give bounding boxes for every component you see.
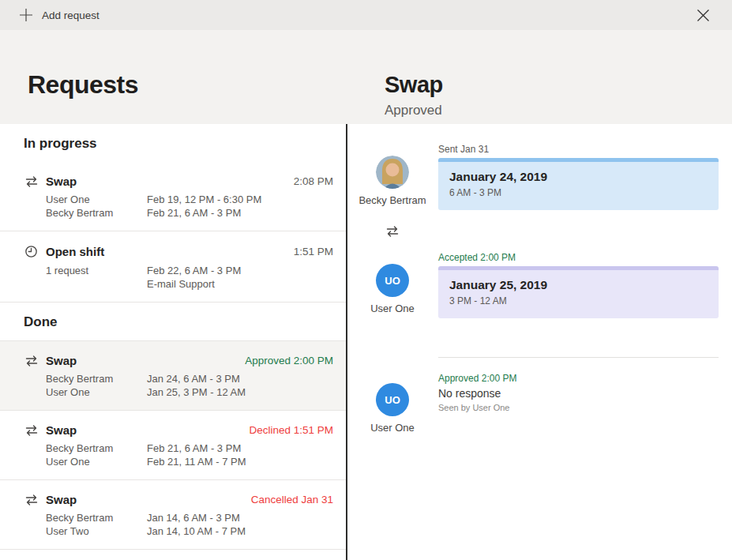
shift-card-offered[interactable]: January 24, 2019 6 AM - 3 PM [438,158,719,210]
swap-arrows-icon [24,494,39,506]
top-bar: Add request [0,0,732,30]
add-request-button[interactable]: Add request [19,8,99,22]
request-status: 2:08 PM [294,175,333,187]
accepted-label: Accepted 2:00 PM [438,252,719,263]
approved-label: Approved 2:00 PM [438,373,719,384]
shifts-requests-window: Add request Requests Swap Approved In pr… [0,0,732,560]
recipient-name: User One [370,303,415,314]
request-detail-row: User One Feb 21, 11 AM - 7 PM [46,456,333,469]
sender-avatar-column: Becky Bertram [359,144,426,210]
request-detail-row: 1 request Feb 22, 6 AM - 3 PM [46,265,333,278]
request-status: Declined 1:51 PM [249,424,333,436]
page-title: Requests [28,70,138,100]
user-one-avatar: UO [376,264,409,297]
exchange-block-recipient: UO User One Accepted 2:00 PM January 25,… [359,252,719,318]
section-header-in-progress: In progress [0,124,346,162]
request-item-swap-declined[interactable]: Swap Declined 1:51 PM Becky Bertram Feb … [0,411,346,480]
request-item-open-shift[interactable]: Open shift 1:51 PM 1 request Feb 22, 6 A… [0,231,346,303]
exchange-block-approval: UO User One Approved 2:00 PM No response… [359,371,719,434]
request-detail-row: Becky Bertram Jan 14, 6 AM - 3 PM [46,512,333,525]
request-item-swap-approved[interactable]: Swap Approved 2:00 PM Becky Bertram Jan … [0,341,346,411]
request-detail-row: User One Jan 25, 3 PM - 12 AM [46,386,333,400]
header: Requests Swap Approved [0,30,732,124]
request-type-label: Swap [46,493,77,506]
swap-arrows-icon [24,355,39,366]
requests-list-panel: In progress Swap 2:08 PM User One Feb 19 [0,124,347,560]
swap-detail-panel: Becky Bertram Sent Jan 31 January 24, 20… [347,124,732,560]
plus-icon [19,8,33,22]
shift-time: 6 AM - 3 PM [449,187,708,198]
becky-bertram-avatar [376,156,409,189]
clock-icon [24,244,39,259]
shift-time: 3 PM - 12 AM [449,295,708,306]
add-request-label: Add request [42,9,99,21]
sent-label: Sent Jan 31 [438,144,719,155]
request-status: 1:51 PM [294,246,333,257]
shift-card-requested[interactable]: January 25, 2019 3 PM - 12 AM [438,266,719,318]
shift-date: January 24, 2019 [449,170,708,184]
response-text: No response [438,387,719,400]
detail-divider [438,357,719,358]
section-header-done: Done [0,303,346,341]
close-icon [696,9,710,22]
user-one-avatar: UO [376,383,409,416]
approver-name: User One [370,422,415,434]
recipient-avatar-column: UO User One [359,252,426,318]
detail-status-subtitle: Approved [385,103,443,118]
exchange-block-sender: Becky Bertram Sent Jan 31 January 24, 20… [359,144,719,210]
swap-arrows-icon [24,425,39,436]
request-detail-row: User Two Jan 14, 10 AM - 7 PM [46,525,333,539]
request-status: Approved 2:00 PM [245,355,333,366]
request-detail-row: E-mail Support [46,278,333,291]
request-type-label: Swap [46,354,77,367]
request-item-swap-inprogress[interactable]: Swap 2:08 PM User One Feb 19, 12 PM - 6:… [0,162,346,231]
swap-direction-row [359,226,426,240]
approver-avatar-column: UO User One [359,371,426,434]
request-detail-row: User One Feb 19, 12 PM - 6:30 PM [46,194,333,207]
detail-title: Swap [385,72,443,98]
request-type-label: Open shift [46,245,104,258]
request-type-label: Swap [46,423,77,437]
sender-name: Becky Bertram [358,194,426,206]
request-detail-row: Becky Bertram Feb 21, 6 AM - 3 PM [46,442,333,456]
content: In progress Swap 2:08 PM User One Feb 19 [0,124,732,560]
detail-heading: Swap Approved [385,72,443,118]
request-status: Cancelled Jan 31 [251,494,333,506]
request-type-label: Swap [46,175,77,188]
seen-by-text: Seen by User One [438,403,719,412]
request-item-swap-cancelled[interactable]: Swap Cancelled Jan 31 Becky Bertram Jan … [0,480,346,550]
close-button[interactable] [693,6,713,25]
request-detail-row: Becky Bertram Feb 21, 6 AM - 3 PM [46,207,333,220]
request-detail-row: Becky Bertram Jan 24, 6 AM - 3 PM [46,373,333,386]
swap-arrows-icon [385,226,400,239]
swap-arrows-icon [24,176,39,187]
shift-date: January 25, 2019 [449,278,708,292]
